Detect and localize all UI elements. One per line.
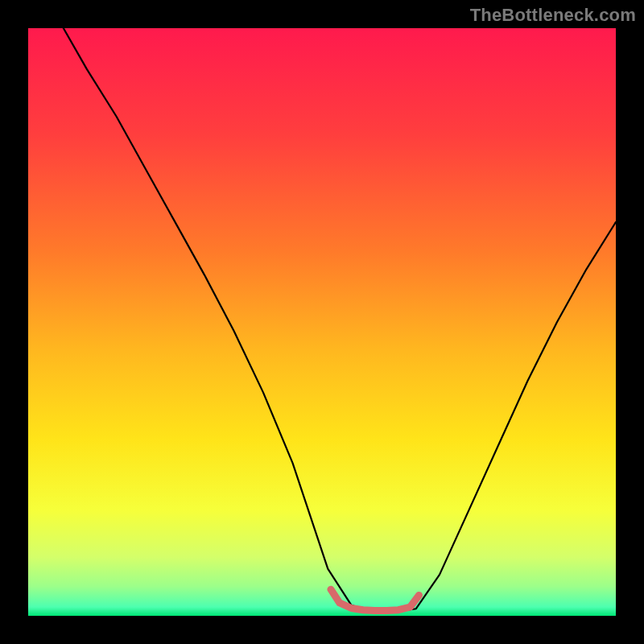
outer-frame: TheBottleneck.com — [0, 0, 644, 644]
main-curve — [64, 28, 616, 611]
watermark-text: TheBottleneck.com — [470, 5, 636, 26]
plot-area — [28, 28, 616, 616]
chart-curves — [28, 28, 616, 616]
